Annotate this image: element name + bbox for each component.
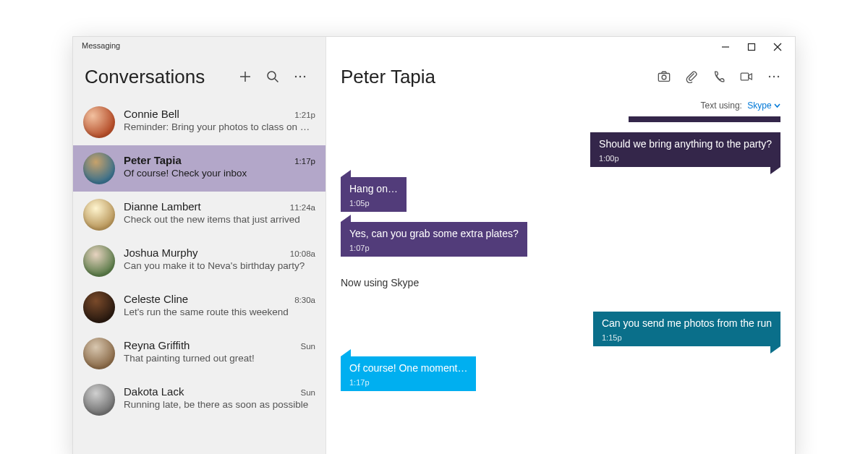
message-row: Yes, can you grab some extra plates?1:07…	[341, 222, 780, 257]
chat-pane: Peter Tapia	[326, 37, 795, 454]
text-using-row[interactable]: Text using: Skype	[326, 98, 795, 116]
video-icon	[740, 70, 753, 83]
message-text: Of course! One moment…	[349, 362, 467, 374]
conversation-item[interactable]: Dianne Lambert11:24aCheck out the new it…	[73, 192, 326, 238]
minimize-button[interactable]	[712, 37, 739, 57]
conversation-item[interactable]: Celeste Cline8:30aLet's run the same rou…	[73, 284, 326, 330]
app-caption: Messaging	[82, 41, 120, 50]
svg-rect-1	[749, 44, 755, 51]
truncated-bubble	[629, 116, 780, 122]
svg-point-6	[268, 72, 276, 80]
conversation-name: Joshua Murphy	[124, 247, 284, 259]
conversation-time: 1:21p	[294, 111, 315, 119]
search-icon	[266, 70, 279, 83]
message-row: Can you send me photos from the run1:15p	[341, 312, 780, 346]
conversation-list[interactable]: Connie Bell1:21pReminder: Bring your pho…	[73, 99, 326, 454]
conversation-item[interactable]: Dakota LackSunRunning late, be there as …	[73, 377, 326, 423]
plus-icon	[239, 70, 252, 83]
maximize-icon	[747, 43, 756, 51]
conversation-body: Dakota LackSunRunning late, be there as …	[124, 384, 315, 410]
conversation-name: Celeste Cline	[124, 293, 289, 305]
chat-actions	[650, 63, 788, 90]
chat-title: Peter Tapia	[341, 66, 650, 88]
conversation-preview: Can you make it to Neva's birthday party…	[124, 260, 315, 271]
conversation-body: Dianne Lambert11:24aCheck out the new it…	[124, 199, 315, 225]
svg-line-7	[275, 79, 278, 82]
phone-icon	[712, 70, 726, 83]
svg-rect-13	[741, 73, 749, 80]
message-text: Yes, can you grab some extra plates?	[349, 228, 519, 239]
message-bubble[interactable]: Should we bring anything to the party?1:…	[590, 132, 780, 167]
conversation-body: Connie Bell1:21pReminder: Bring your pho…	[124, 106, 315, 132]
conversation-name: Reyna Griffith	[124, 339, 295, 351]
svg-point-15	[773, 76, 775, 77]
titlebar: Messaging	[73, 37, 795, 57]
avatar	[83, 199, 115, 231]
message-row: Hang on…1:05p	[341, 177, 780, 212]
message-bubble[interactable]: Of course! One moment…1:17p	[341, 356, 476, 391]
close-icon	[773, 43, 782, 51]
conversation-item[interactable]: Peter Tapia1:17pOf course! Check your in…	[73, 145, 326, 192]
chat-more-button[interactable]	[760, 63, 788, 90]
message-text: Hang on…	[349, 183, 398, 194]
sidebar-header: Conversations	[73, 57, 326, 99]
new-conversation-button[interactable]	[231, 63, 259, 90]
camera-button[interactable]	[650, 63, 678, 90]
system-message: Now using Skype	[341, 277, 419, 288]
message-row: Should we bring anything to the party?1:…	[341, 132, 780, 167]
conversation-name: Connie Bell	[124, 108, 289, 120]
conversation-time: Sun	[301, 342, 315, 351]
sidebar-title: Conversations	[85, 66, 231, 88]
system-message-row: Now using Skype	[341, 267, 780, 301]
search-button[interactable]	[259, 63, 286, 90]
svg-point-10	[304, 76, 305, 77]
message-row	[341, 116, 780, 122]
avatar	[83, 291, 115, 323]
conversation-preview: Running late, be there as soon as possib…	[124, 399, 315, 410]
avatar	[83, 106, 115, 138]
conversation-time: 1:17p	[294, 157, 315, 166]
close-button[interactable]	[765, 37, 791, 57]
conversation-time: 10:08a	[290, 249, 315, 258]
call-button[interactable]	[705, 63, 733, 90]
sidebar: Conversations Connie Bell1:21pReminder: …	[73, 37, 326, 454]
avatar	[83, 153, 115, 184]
text-using-label: Text using:	[701, 100, 742, 111]
conversation-body: Joshua Murphy10:08aCan you make it to Ne…	[124, 245, 315, 271]
svg-point-12	[662, 75, 666, 80]
svg-point-16	[778, 76, 779, 77]
message-time: 1:00p	[599, 154, 772, 163]
chat-header: Peter Tapia	[326, 57, 795, 98]
message-bubble[interactable]: Yes, can you grab some extra plates?1:07…	[341, 222, 527, 257]
message-time: 1:07p	[349, 244, 519, 252]
attach-button[interactable]	[678, 63, 705, 90]
chat-body[interactable]: Should we bring anything to the party?1:…	[326, 116, 795, 454]
conversation-body: Celeste Cline8:30aLet's run the same rou…	[124, 291, 315, 317]
conversation-body: Reyna GriffithSunThat painting turned ou…	[124, 338, 315, 364]
message-bubble[interactable]: Can you send me photos from the run1:15p	[593, 312, 780, 346]
conversation-name: Dianne Lambert	[124, 200, 284, 213]
svg-point-9	[299, 76, 301, 77]
conversation-time: Sun	[301, 388, 315, 397]
conversation-preview: Of course! Check your inbox	[124, 168, 315, 179]
conversation-item[interactable]: Connie Bell1:21pReminder: Bring your pho…	[73, 99, 326, 145]
minimize-icon	[721, 43, 730, 51]
paperclip-icon	[685, 70, 698, 83]
text-using-provider: Skype	[747, 100, 780, 111]
conversation-preview: Reminder: Bring your photos to class on …	[124, 121, 315, 132]
app-window: Messaging Conversations	[72, 36, 796, 454]
message-time: 1:17p	[349, 378, 467, 387]
more-icon	[767, 70, 780, 83]
conversation-preview: Let's run the same route this weekend	[124, 307, 315, 317]
video-button[interactable]	[733, 63, 760, 90]
more-button[interactable]	[286, 63, 314, 90]
message-bubble[interactable]: Hang on…1:05p	[341, 177, 407, 212]
conversation-name: Dakota Lack	[124, 385, 295, 398]
chevron-down-icon	[774, 103, 780, 109]
conversation-item[interactable]: Reyna GriffithSunThat painting turned ou…	[73, 330, 326, 377]
maximize-button[interactable]	[739, 37, 765, 57]
conversation-preview: Check out the new items that just arrive…	[124, 214, 315, 225]
conversation-item[interactable]: Joshua Murphy10:08aCan you make it to Ne…	[73, 238, 326, 284]
conversation-preview: That painting turned out great!	[124, 353, 315, 364]
svg-rect-11	[658, 74, 669, 82]
